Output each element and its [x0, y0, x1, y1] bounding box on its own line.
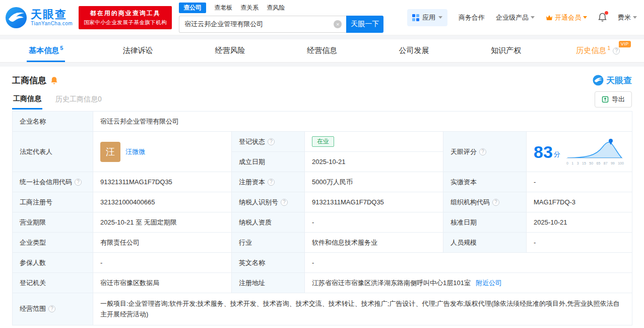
- value-staff-size: -: [527, 233, 632, 253]
- legal-rep-link[interactable]: 汪微微: [125, 147, 145, 156]
- label-paid-capital: 实缴资本: [443, 172, 527, 192]
- value-approval-date: 2025-10-21: [527, 212, 632, 233]
- tab-label: 经营信息: [307, 46, 337, 56]
- label-reg-number: 工商注册号: [13, 192, 93, 212]
- table-row: 登记机关 宿迁市宿豫区数据局 注册地址 江苏省宿迁市宿豫区洪泽湖东路南侧呼叫中心…: [13, 273, 632, 293]
- label-taxpayer-quality: 纳税人资质: [232, 212, 305, 233]
- value-english-name: -: [305, 253, 632, 273]
- status-badge: 在业: [312, 136, 334, 147]
- value-paid-capital: -: [527, 172, 632, 192]
- label-business-term: 营业期限: [13, 212, 93, 233]
- value-reg-capital: 5000万人民币: [305, 172, 443, 192]
- label-org-code: 组织机构代码?: [443, 192, 527, 212]
- table-row: 经营范围? 一般项目:企业管理咨询;软件开发;技术服务、技术开发、技术咨询、技术…: [13, 293, 632, 325]
- apps-menu[interactable]: 应用: [407, 9, 447, 26]
- tab-label: 基本信息: [29, 46, 59, 56]
- watermark-text: 天眼查: [606, 75, 632, 86]
- help-icon[interactable]: ?: [613, 47, 620, 54]
- label-company-type: 企业类型: [13, 233, 93, 253]
- nearby-companies-link[interactable]: 附近公司: [476, 279, 502, 287]
- monitor-bell-icon[interactable]: [50, 76, 58, 85]
- label-credit-code: 统一社会信用代码?: [13, 172, 93, 192]
- tab-legal-proceedings[interactable]: 法律诉讼: [92, 39, 184, 62]
- search-tab-relation[interactable]: 查关系: [240, 4, 259, 12]
- chevron-down-icon: [438, 16, 442, 19]
- tianyancha-logo[interactable]: 天眼查 TianYanCha.com: [5, 7, 73, 29]
- value-legal-rep: 汪 汪微微: [93, 132, 232, 172]
- score-number: 83: [534, 143, 553, 160]
- tab-basic-info[interactable]: 基本信息 5: [0, 39, 92, 62]
- notification-dot: [605, 11, 608, 15]
- crown-icon: [546, 15, 553, 21]
- help-icon[interactable]: ?: [268, 179, 275, 186]
- company-nav: 基本信息 5 法律诉讼 经营风险 经营信息 公司发展 知识产权 VIP 历史信息…: [0, 39, 644, 63]
- subtab-business-info[interactable]: 工商信息: [12, 90, 42, 110]
- user-menu[interactable]: 费米: [618, 13, 637, 22]
- tab-history-info[interactable]: VIP 历史信息 1 ?: [552, 39, 644, 62]
- top-header: 天眼查 TianYanCha.com 都在用的商业查询工具 国家中小企业发展子基…: [0, 0, 644, 35]
- label-approval-date: 核准日期: [443, 212, 527, 233]
- search-input[interactable]: [179, 20, 346, 28]
- search-tab-boss[interactable]: 查老板: [214, 4, 232, 12]
- help-icon[interactable]: ?: [281, 199, 288, 206]
- search-tab-company[interactable]: 查公司: [179, 3, 206, 13]
- tab-company-development[interactable]: 公司发展: [368, 39, 460, 62]
- tianyancha-logo-icon: [593, 75, 604, 86]
- logo-text: 天眼查: [31, 9, 73, 21]
- top-menu: 应用 商务合作 企业级产品 开通会员 费米: [407, 9, 637, 26]
- score-chart: 0131550658799100: [565, 138, 625, 166]
- clear-icon[interactable]: ×: [334, 20, 342, 28]
- value-taxpayer-id: 91321311MAG1F7DQ35: [305, 192, 443, 212]
- tab-label: 历史信息: [576, 46, 606, 56]
- menu-enterprise-product[interactable]: 企业级产品: [496, 13, 535, 22]
- label-industry: 行业: [232, 233, 305, 253]
- tab-intellectual-property[interactable]: 知识产权: [460, 39, 552, 62]
- export-icon: [602, 96, 609, 103]
- value-insured-count: -: [93, 253, 232, 273]
- tab-label: 知识产权: [491, 46, 521, 56]
- app-grid-icon: [412, 14, 419, 21]
- value-establish-date: 2025-10-21: [305, 152, 443, 172]
- notification-bell[interactable]: [598, 13, 607, 22]
- value-reg-status: 在业: [305, 132, 443, 152]
- label-reg-capital: 注册资本?: [232, 172, 305, 192]
- value-score: 83 分 0131550658799100: [527, 132, 632, 172]
- tab-operating-risk[interactable]: 经营风险: [184, 39, 276, 62]
- vip-label: 开通会员: [555, 13, 581, 22]
- search-button[interactable]: 天眼一下: [346, 16, 383, 33]
- value-org-code: MAG1F7DQ-3: [527, 192, 632, 212]
- export-button[interactable]: 导出: [595, 91, 632, 107]
- table-row: 企业类型 有限责任公司 行业 软件和信息技术服务业 人员规模 -: [13, 233, 632, 253]
- legal-rep-avatar[interactable]: 汪: [100, 142, 120, 162]
- enterprise-label: 企业级产品: [496, 13, 529, 22]
- table-row: 工商注册号 321321000400665 纳税人识别号? 91321311MA…: [13, 192, 632, 212]
- business-info-table: 企业名称 宿迁云邦企业管理有限公司 法定代表人 汪 汪微微 登记状态? 在业: [12, 111, 632, 325]
- export-label: 导出: [612, 95, 625, 104]
- value-business-scope: 一般项目:企业管理咨询;软件开发;技术服务、技术开发、技术咨询、技术交流、技术转…: [93, 293, 632, 325]
- label-reg-authority: 登记机关: [13, 273, 93, 293]
- help-icon[interactable]: ?: [268, 138, 275, 145]
- menu-business-cooperation[interactable]: 商务合作: [459, 13, 485, 22]
- chevron-down-icon: [633, 16, 637, 19]
- tab-count: 1: [607, 45, 610, 51]
- help-icon[interactable]: ?: [48, 305, 55, 312]
- help-icon[interactable]: ?: [75, 179, 82, 186]
- apps-label: 应用: [422, 13, 435, 22]
- label-taxpayer-id: 纳税人识别号?: [232, 192, 305, 212]
- label-score: 天眼评分?: [443, 132, 527, 172]
- menu-open-vip[interactable]: 开通会员: [546, 13, 587, 22]
- tab-operating-info[interactable]: 经营信息: [276, 39, 368, 62]
- address-text: 江苏省宿迁市宿豫区洪泽湖东路南侧呼叫中心1层101室: [312, 279, 471, 287]
- subtab-history-business-info[interactable]: 历史工商信息0: [55, 95, 102, 104]
- search-tab-risk[interactable]: 查风险: [267, 4, 285, 12]
- tab-count: 5: [60, 45, 63, 51]
- value-company-type: 有限责任公司: [93, 233, 232, 253]
- label-insured-count: 参保人数: [13, 253, 93, 273]
- help-icon[interactable]: ?: [492, 199, 499, 206]
- help-icon[interactable]: ?: [479, 148, 486, 155]
- label-english-name: 英文名称: [232, 253, 305, 273]
- value-reg-number: 321321000400665: [93, 192, 232, 212]
- chevron-down-icon: [531, 16, 535, 19]
- label-business-scope: 经营范围?: [13, 293, 93, 325]
- watermark-logo: 天眼查: [593, 75, 632, 86]
